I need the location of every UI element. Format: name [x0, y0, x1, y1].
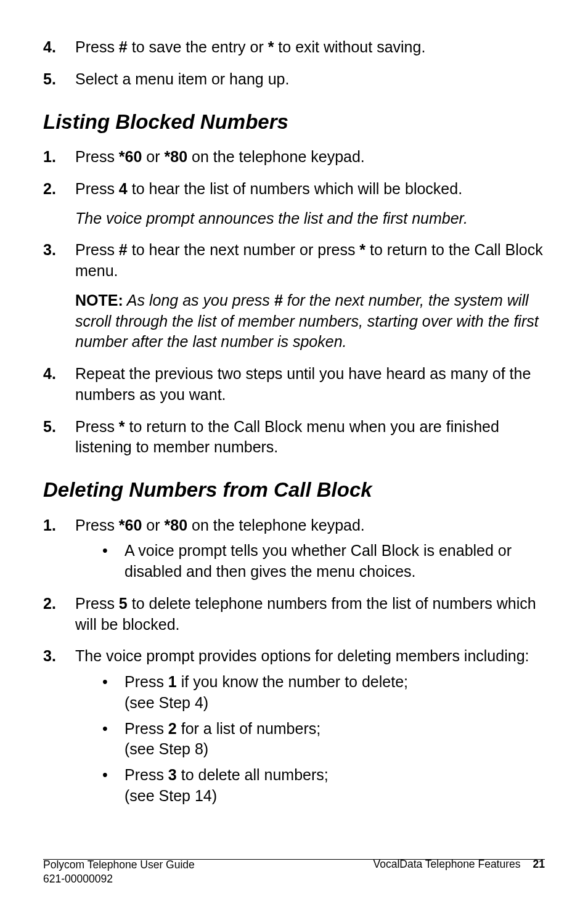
- bullet-icon: •: [102, 719, 125, 760]
- bullet-body: A voice prompt tells you whether Call Bl…: [125, 540, 545, 582]
- list-number: 4.: [43, 37, 75, 58]
- list-body: Press 5 to delete telephone numbers from…: [75, 593, 545, 635]
- footer-guide-title: Polycom Telephone User Guide: [43, 858, 195, 871]
- list-item-b3: 3. The voice prompt provides options for…: [43, 646, 545, 806]
- footer-left: Polycom Telephone User Guide 621-0000009…: [43, 858, 195, 887]
- list-body: Press * to return to the Call Block menu…: [75, 417, 545, 459]
- bullet-body: Press 1 if you know the number to delete…: [125, 672, 545, 714]
- voice-prompt-note: The voice prompt announces the list and …: [75, 208, 545, 229]
- list-item-b1: 1. Press *60 or *80 on the telephone key…: [43, 515, 545, 582]
- bullet-item: • Press 2 for a list of numbers;(see Ste…: [102, 719, 545, 760]
- list-body: Press # to hear the next number or press…: [75, 240, 545, 353]
- list-number: 1.: [43, 147, 75, 168]
- page-content: 4. Press # to save the entry or * to exi…: [43, 37, 545, 807]
- list-item-a2: 2. Press 4 to hear the list of numbers w…: [43, 179, 545, 229]
- list-number: 3.: [43, 240, 75, 353]
- list-body: Press *60 or *80 on the telephone keypad…: [75, 147, 545, 168]
- footer-doc-number: 621-00000092: [43, 873, 113, 885]
- list-number: 1.: [43, 515, 75, 582]
- bullet-item: • A voice prompt tells you whether Call …: [102, 540, 545, 582]
- list-body: The voice prompt provides options for de…: [75, 646, 545, 806]
- footer-section-title: VocalData Telephone Features: [374, 858, 521, 870]
- list-number: 4.: [43, 364, 75, 406]
- list-item-a4: 4. Repeat the previous two steps until y…: [43, 364, 545, 406]
- heading-listing-blocked: Listing Blocked Numbers: [43, 108, 545, 136]
- footer-right: VocalData Telephone Features21: [374, 858, 545, 887]
- bullet-item: • Press 3 to delete all numbers;(see Ste…: [102, 765, 545, 807]
- heading-deleting-numbers: Deleting Numbers from Call Block: [43, 476, 545, 504]
- bullet-icon: •: [102, 540, 125, 582]
- list-number: 2.: [43, 179, 75, 229]
- list-number: 3.: [43, 646, 75, 806]
- note-block: NOTE: As long as you press # for the nex…: [75, 290, 545, 353]
- list-body: Press 4 to hear the list of numbers whic…: [75, 179, 545, 229]
- list-number: 2.: [43, 593, 75, 635]
- list-body: Select a menu item or hang up.: [75, 69, 545, 90]
- page-number: 21: [533, 858, 545, 870]
- list-item-top-5: 5. Select a menu item or hang up.: [43, 69, 545, 90]
- list-item-top-4: 4. Press # to save the entry or * to exi…: [43, 37, 545, 58]
- list-body: Press # to save the entry or * to exit w…: [75, 37, 545, 58]
- bullet-item: • Press 1 if you know the number to dele…: [102, 672, 545, 714]
- list-number: 5.: [43, 69, 75, 90]
- list-item-a5: 5. Press * to return to the Call Block m…: [43, 417, 545, 459]
- bullet-icon: •: [102, 765, 125, 807]
- list-item-a1: 1. Press *60 or *80 on the telephone key…: [43, 147, 545, 168]
- bullet-body: Press 2 for a list of numbers;(see Step …: [125, 719, 545, 760]
- list-item-b2: 2. Press 5 to delete telephone numbers f…: [43, 593, 545, 635]
- bullet-body: Press 3 to delete all numbers;(see Step …: [125, 765, 545, 807]
- list-number: 5.: [43, 417, 75, 459]
- page-footer: Polycom Telephone User Guide 621-0000009…: [43, 858, 545, 887]
- list-body: Press *60 or *80 on the telephone keypad…: [75, 515, 545, 582]
- list-body: Repeat the previous two steps until you …: [75, 364, 545, 406]
- bullet-icon: •: [102, 672, 125, 714]
- list-item-a3: 3. Press # to hear the next number or pr…: [43, 240, 545, 353]
